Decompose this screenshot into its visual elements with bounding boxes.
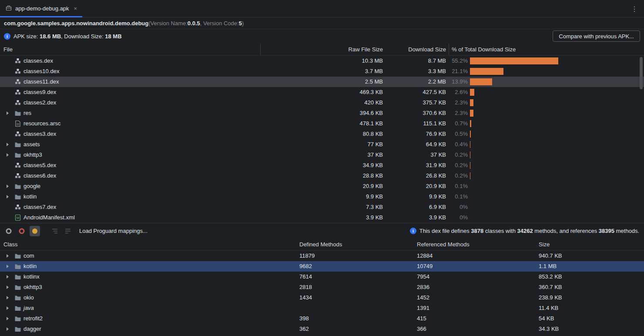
info-icon: i <box>410 228 416 234</box>
download-pct-bar <box>470 99 473 106</box>
scrollbar-thumb[interactable] <box>640 57 643 89</box>
file-row[interactable]: classes3.dex80.8 KB76.9 KB0.5% <box>0 129 644 139</box>
load-proguard-mappings-link[interactable]: Load Proguard mappings... <box>79 228 148 234</box>
chevron-right-icon[interactable] <box>7 296 9 299</box>
files-table-body: classes.dex10.3 MB8.7 MB55.2%classes10.d… <box>0 56 644 223</box>
show-classes-filter-icon[interactable] <box>3 226 14 236</box>
defined-methods: 9682 <box>299 261 312 272</box>
file-row[interactable]: classes11.dex2.5 MB2.2 MB13.9% <box>0 77 644 87</box>
column-header-file[interactable]: File <box>3 44 13 56</box>
file-row[interactable]: classes.dex10.3 MB8.7 MB55.2% <box>0 56 644 66</box>
class-row[interactable]: kotlin9682107491.1 MB <box>0 261 644 272</box>
file-name: classes6.dex <box>23 171 56 181</box>
file-row[interactable]: resources.arsc478.1 KB115.1 KB0.7% <box>0 118 644 129</box>
column-header-referenced-methods[interactable]: Referenced Methods <box>417 239 470 251</box>
file-row[interactable]: classes10.dex3.7 MB3.3 MB21.1% <box>0 66 644 77</box>
pct-of-total-download: 2.6% <box>429 87 468 97</box>
defined-methods: 362 <box>299 324 309 334</box>
file-row[interactable]: classes2.dex420 KB375.7 KB2.3% <box>0 97 644 108</box>
chevron-right-icon[interactable] <box>7 265 9 268</box>
chevron-right-icon[interactable] <box>7 185 9 188</box>
class-name: kotlinx <box>23 272 40 282</box>
file-name: res <box>23 108 31 118</box>
class-name: java <box>23 303 34 313</box>
tab-bar: app-demo-debug.apk × ⋮ <box>0 0 644 17</box>
file-name: classes11.dex <box>23 77 59 87</box>
chevron-right-icon[interactable] <box>7 286 9 289</box>
chevron-right-icon[interactable] <box>7 254 9 258</box>
chevron-right-icon[interactable] <box>7 275 9 279</box>
class-row[interactable]: com1187912884940.7 KB <box>0 251 644 261</box>
file-row[interactable]: classes6.dex28.8 KB26.8 KB0.2% <box>0 171 644 181</box>
class-row[interactable]: dagger36236634.3 KB <box>0 324 644 334</box>
pct-of-total-download: 0.2% <box>429 160 468 171</box>
class-row[interactable]: okhttp328182836360.7 KB <box>0 282 644 292</box>
close-icon[interactable]: × <box>74 5 77 12</box>
file-name: classes5.dex <box>23 160 56 171</box>
pct-of-total-download: 0.1% <box>429 192 468 202</box>
file-row[interactable]: classes7.dex7.3 KB6.9 KB0% <box>0 202 644 212</box>
expand-all-icon[interactable] <box>50 226 60 236</box>
file-row[interactable]: assets77 KB64.9 KB0.4% <box>0 139 644 150</box>
chevron-right-icon[interactable] <box>7 153 9 157</box>
file-row[interactable]: okhttp337 KB37 KB0.2% <box>0 150 644 160</box>
pct-of-total-download: 0.4% <box>429 139 468 150</box>
column-header-download-size[interactable]: Download Size <box>368 44 446 56</box>
column-header-defined-methods[interactable]: Defined Methods <box>299 239 342 251</box>
file-row[interactable]: classes5.dex34.9 KB31.9 KB0.2% <box>0 160 644 171</box>
chevron-right-icon[interactable] <box>7 317 9 320</box>
resource-table-icon <box>14 120 21 127</box>
chevron-right-icon[interactable] <box>7 143 9 146</box>
kebab-menu-icon[interactable]: ⋮ <box>631 0 638 17</box>
pct-of-total-download: 21.1% <box>429 66 468 77</box>
class-row[interactable]: kotlinx76147954853.2 KB <box>0 272 644 282</box>
class-size: 34.3 KB <box>539 324 559 334</box>
column-header-pct-of-total[interactable]: % of Total Download Size <box>452 44 516 56</box>
file-name: classes.dex <box>23 56 53 66</box>
chevron-right-icon[interactable] <box>7 111 9 115</box>
dex-info-line: i This dex file defines 3878 classes wit… <box>410 228 641 234</box>
show-methods-filter-icon[interactable] <box>17 226 27 236</box>
version-name-value: 0.0.5 <box>188 20 200 27</box>
class-size: 54 KB <box>539 313 554 324</box>
chevron-right-icon[interactable] <box>7 306 9 310</box>
column-divider[interactable] <box>260 44 261 55</box>
folder-icon <box>14 110 21 117</box>
pct-of-total-download: 0% <box>429 212 468 223</box>
column-header-size[interactable]: Size <box>539 239 550 251</box>
class-row[interactable]: retrofit239841554 KB <box>0 313 644 324</box>
file-row[interactable]: classes9.dex469.3 KB427.5 KB2.6% <box>0 87 644 97</box>
referenced-methods: 10749 <box>417 261 433 272</box>
file-name: google <box>23 181 40 192</box>
package-header: com.google.samples.apps.nowinandroid.dem… <box>0 18 644 29</box>
file-name: classes2.dex <box>23 97 56 108</box>
show-fields-filter-icon[interactable] <box>30 226 40 236</box>
pct-of-total-download: 0.1% <box>429 181 468 192</box>
column-divider[interactable] <box>449 44 449 55</box>
download-pct-bar <box>470 89 474 96</box>
file-row[interactable]: MAndroidManifest.xml3.9 KB3.9 KB0% <box>0 212 644 223</box>
collapse-all-icon[interactable] <box>63 226 73 236</box>
column-header-class[interactable]: Class <box>3 239 18 251</box>
class-name: okhttp3 <box>23 282 42 292</box>
file-row[interactable]: kotlin9.9 KB9.9 KB0.1% <box>0 192 644 202</box>
download-pct-bar <box>470 110 473 117</box>
class-row[interactable]: java139111.4 KB <box>0 303 644 313</box>
tab-label: app-demo-debug.apk <box>15 5 69 12</box>
class-size: 238.9 KB <box>539 292 562 303</box>
pct-of-total-download: 0.2% <box>429 171 468 181</box>
file-row[interactable]: google20.9 KB20.9 KB0.1% <box>0 181 644 192</box>
file-row[interactable]: res394.6 KB370.6 KB2.3% <box>0 108 644 118</box>
class-row[interactable]: okio14341452238.9 KB <box>0 292 644 303</box>
referenced-methods: 1391 <box>417 303 429 313</box>
file-name: AndroidManifest.xml <box>23 212 75 223</box>
download-pct-bar <box>470 172 470 179</box>
chevron-right-icon[interactable] <box>7 327 9 331</box>
referenced-methods: 7954 <box>417 272 429 282</box>
dex-info-text: This dex file defines 3878 classes with … <box>419 228 639 234</box>
chevron-right-icon[interactable] <box>7 195 9 198</box>
compare-previous-apk-button[interactable]: Compare with previous APK... <box>553 30 640 42</box>
package-icon <box>14 326 21 333</box>
active-tab-indicator <box>0 16 82 17</box>
tab-apk-file[interactable]: app-demo-debug.apk × <box>0 0 82 17</box>
